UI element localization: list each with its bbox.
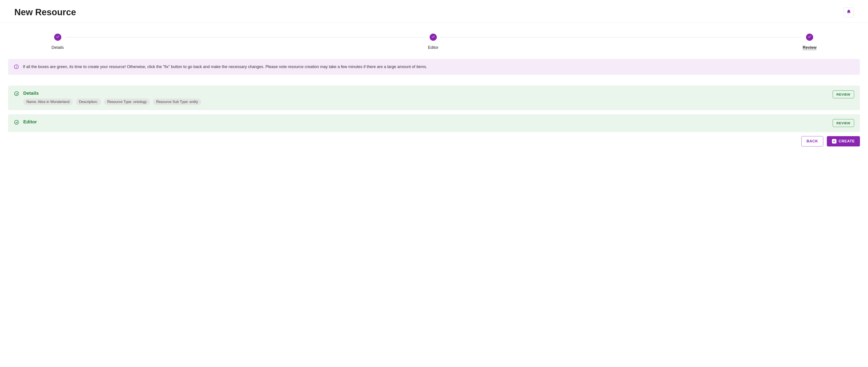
card-title: Editor xyxy=(23,119,829,124)
review-editor-button[interactable]: REVIEW xyxy=(833,119,854,127)
chip-resource-subtype: Resource Sub Type: entity xyxy=(153,98,201,105)
step-connector xyxy=(440,37,801,37)
step-review[interactable]: Review xyxy=(803,34,816,50)
create-button-label: CREATE xyxy=(839,139,855,144)
review-details-button[interactable]: REVIEW xyxy=(833,90,854,98)
step-editor[interactable]: Editor xyxy=(428,34,438,50)
card-body: Editor xyxy=(23,119,829,127)
create-button[interactable]: + CREATE xyxy=(827,136,860,146)
chip-list: Name: Alice in Wonderland Description: R… xyxy=(23,98,829,105)
step-circle xyxy=(430,34,437,41)
card-body: Details Name: Alice in Wonderland Descri… xyxy=(23,90,829,105)
check-icon xyxy=(431,35,435,39)
footer-actions: BACK + CREATE xyxy=(8,136,860,146)
check-icon xyxy=(808,35,811,39)
back-button[interactable]: BACK xyxy=(801,136,823,146)
chip-description: Description: xyxy=(76,98,101,105)
svg-point-2 xyxy=(16,65,17,66)
banner-text: If all the boxes are green, its time to … xyxy=(23,64,427,70)
step-circle xyxy=(54,34,61,41)
chip-resource-type: Resource Type: ontology xyxy=(104,98,150,105)
step-label: Review xyxy=(803,45,816,50)
step-details[interactable]: Details xyxy=(52,34,64,50)
page-header: New Resource xyxy=(0,0,868,23)
info-icon xyxy=(14,64,19,69)
success-check-icon xyxy=(14,119,19,125)
step-connector xyxy=(66,37,426,37)
chip-name: Name: Alice in Wonderland xyxy=(23,98,73,105)
plus-icon: + xyxy=(832,139,836,144)
stepper: Details Editor Review xyxy=(0,23,868,59)
step-label: Details xyxy=(52,45,64,50)
check-icon xyxy=(56,35,60,39)
content-area: If all the boxes are green, its time to … xyxy=(0,59,868,156)
bell-icon xyxy=(846,9,851,15)
notifications-button[interactable] xyxy=(844,7,854,17)
review-card-editor: Editor REVIEW xyxy=(8,114,860,132)
card-title: Details xyxy=(23,90,829,96)
step-circle xyxy=(806,34,813,41)
page-title: New Resource xyxy=(14,7,76,17)
step-label: Editor xyxy=(428,45,438,50)
review-card-details: Details Name: Alice in Wonderland Descri… xyxy=(8,86,860,110)
info-banner: If all the boxes are green, its time to … xyxy=(8,59,860,75)
success-check-icon xyxy=(14,91,19,96)
